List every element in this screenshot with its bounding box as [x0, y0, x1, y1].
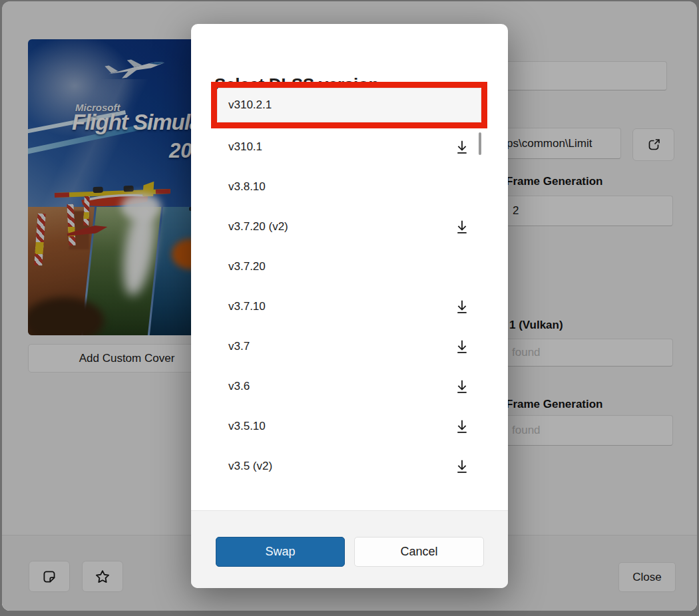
download-icon[interactable]: [453, 338, 471, 355]
download-icon[interactable]: [453, 418, 471, 435]
screenshot-canvas: Microsoft Flight Simulator 2024: [0, 0, 699, 616]
annotation-box: [211, 82, 487, 128]
version-label: v3.5 (v2): [228, 460, 272, 473]
version-label: v3.7.20: [228, 260, 266, 273]
version-row[interactable]: v3.6: [204, 367, 481, 406]
version-row[interactable]: v3.7.20 (v2): [204, 207, 481, 247]
version-row[interactable]: v3.7.20: [204, 247, 481, 287]
download-icon[interactable]: [453, 298, 471, 315]
version-label: v3.8.10: [228, 180, 266, 194]
version-row[interactable]: v3.7: [204, 327, 481, 367]
download-icon[interactable]: [453, 218, 471, 235]
version-label: v3.7.20 (v2): [228, 220, 288, 233]
download-icon[interactable]: [453, 378, 471, 395]
dlss-version-list: v310.1v3.8.10v3.7.20 (v2)v3.7.20v3.7.10v…: [204, 127, 481, 486]
download-icon[interactable]: [453, 458, 471, 475]
cancel-button-label: Cancel: [400, 545, 437, 559]
version-row[interactable]: v3.5 (v2): [204, 446, 481, 486]
version-label: v3.7.10: [228, 300, 266, 313]
swap-button-label: Swap: [265, 545, 295, 559]
dialog-footer: Swap Cancel: [191, 510, 508, 588]
download-icon[interactable]: [453, 138, 471, 156]
version-row[interactable]: v3.5.10: [204, 406, 481, 446]
version-row[interactable]: v3.7.10: [204, 287, 481, 327]
version-row[interactable]: v310.1: [204, 127, 481, 167]
cancel-button[interactable]: Cancel: [354, 537, 484, 567]
version-label: v310.1: [228, 140, 262, 154]
version-row[interactable]: v3.8.10: [204, 167, 481, 207]
version-label: v3.5.10: [228, 420, 266, 433]
version-label: v3.7: [228, 340, 250, 353]
version-label: v3.6: [228, 380, 250, 393]
scrollbar-thumb[interactable]: [479, 132, 481, 155]
swap-button[interactable]: Swap: [216, 537, 345, 567]
select-dlss-version-dialog: Select DLSS version v310.2.1 v310.1v3.8.…: [191, 24, 508, 588]
